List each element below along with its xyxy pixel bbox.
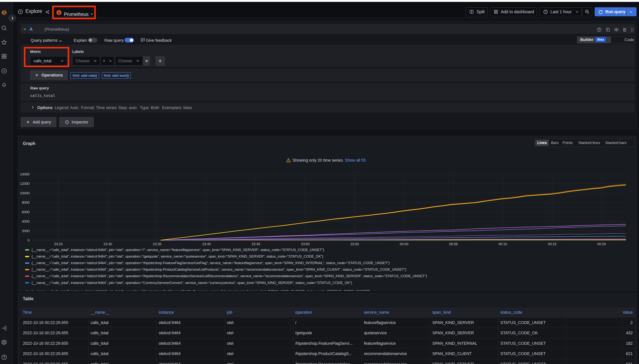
svg-text:00:10: 00:10 xyxy=(498,242,507,246)
svg-text:23:25: 23:25 xyxy=(54,242,63,246)
svg-text:23:30: 23:30 xyxy=(104,242,112,246)
svg-text:00:00: 00:00 xyxy=(400,242,408,246)
svg-text:23:50: 23:50 xyxy=(301,242,310,246)
svg-text:00:20: 00:20 xyxy=(597,242,606,246)
svg-text:00:15: 00:15 xyxy=(548,242,556,246)
svg-text:12000: 12000 xyxy=(20,182,30,186)
svg-text:10000: 10000 xyxy=(20,191,30,195)
svg-text:23:35: 23:35 xyxy=(153,242,162,246)
svg-text:2000: 2000 xyxy=(22,229,30,233)
svg-text:23:40: 23:40 xyxy=(202,242,211,246)
svg-text:6000: 6000 xyxy=(22,210,30,214)
svg-text:00:05: 00:05 xyxy=(449,242,458,246)
svg-text:14000: 14000 xyxy=(20,172,30,176)
svg-text:23:45: 23:45 xyxy=(252,242,260,246)
svg-text:4000: 4000 xyxy=(22,220,30,223)
svg-text:23:55: 23:55 xyxy=(350,242,359,246)
svg-text:0: 0 xyxy=(28,238,30,242)
svg-text:8000: 8000 xyxy=(22,200,30,204)
